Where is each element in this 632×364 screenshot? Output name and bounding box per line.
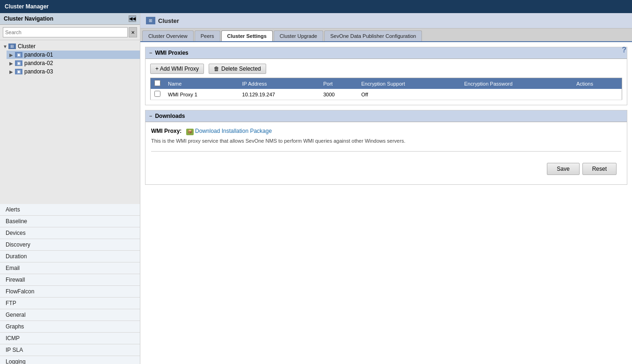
row-port: 3000 bbox=[320, 89, 357, 100]
select-all-checkbox[interactable] bbox=[154, 80, 160, 86]
panel-header: ⊞ Cluster bbox=[140, 13, 632, 29]
delete-selected-label: Delete Selected bbox=[221, 66, 261, 72]
nav-list: AlertsBaselineDevicesDiscoveryDurationEm… bbox=[0, 204, 140, 364]
app-title: Cluster Manager bbox=[5, 3, 49, 10]
nav-item-devices[interactable]: Devices bbox=[0, 227, 140, 239]
search-input[interactable] bbox=[3, 27, 128, 37]
reset-button[interactable]: Reset bbox=[582, 163, 617, 175]
tree-root-cluster[interactable]: ▼ ⊞ Cluster bbox=[0, 42, 140, 51]
col-port: Port bbox=[320, 78, 357, 89]
row-name: WMI Proxy 1 bbox=[164, 89, 239, 100]
nav-item-icmp[interactable]: ICMP bbox=[0, 333, 140, 344]
help-icon[interactable]: ? bbox=[622, 46, 626, 54]
proxy-table-header-row: Name IP Address Port Encryption Support … bbox=[151, 78, 622, 89]
sidebar-collapse-btn[interactable]: ◀◀ bbox=[129, 15, 136, 22]
col-name: Name bbox=[164, 78, 239, 89]
tab-sevone-data-publisher-configuration[interactable]: SevOne Data Publisher Configuration bbox=[324, 30, 422, 41]
sidebar-header: Cluster Navigation ◀◀ bbox=[0, 13, 140, 25]
tree-node-pandora01[interactable]: ▶ ▣ pandora-01 bbox=[7, 51, 140, 59]
panel-title: Cluster bbox=[158, 17, 179, 24]
download-link-text: Download Installation Package bbox=[195, 128, 272, 134]
col-encryption-support: Encryption Support bbox=[357, 78, 460, 89]
wmi-proxy-label: WMI Proxy: bbox=[151, 128, 182, 134]
row-ip: 10.129.19.247 bbox=[239, 89, 320, 100]
tab-peers[interactable]: Peers bbox=[195, 30, 220, 41]
delete-selected-btn[interactable]: 🗑 Delete Selected bbox=[209, 64, 266, 74]
nav-item-ip-sla[interactable]: IP SLA bbox=[0, 344, 140, 356]
tree-node-pandora02[interactable]: ▶ ▣ pandora-02 bbox=[7, 59, 140, 67]
right-panel: ⊞ Cluster Cluster OverviewPeersCluster S… bbox=[140, 13, 632, 364]
nav-item-firewall[interactable]: Firewall bbox=[0, 274, 140, 286]
nav-item-alerts[interactable]: Alerts bbox=[0, 204, 140, 216]
nav-item-flowfalcon[interactable]: FlowFalcon bbox=[0, 286, 140, 298]
reset-label: Reset bbox=[592, 166, 607, 172]
proxy-toolbar: + Add WMI Proxy 🗑 Delete Selected bbox=[150, 64, 622, 74]
nav-item-general[interactable]: General bbox=[0, 309, 140, 321]
downloads-toggle[interactable]: − bbox=[149, 113, 152, 119]
nav-item-graphs[interactable]: Graphs bbox=[0, 321, 140, 333]
expand-arrow-03: ▶ bbox=[9, 69, 15, 74]
wmi-proxies-section-header: − WMI Proxies bbox=[145, 47, 627, 59]
add-wmi-proxy-btn[interactable]: + Add WMI Proxy bbox=[150, 64, 204, 74]
server-icon-02: ▣ bbox=[15, 60, 22, 66]
col-actions: Actions bbox=[573, 78, 622, 89]
app: Cluster Manager Cluster Navigation ◀◀ ✕ … bbox=[0, 0, 632, 364]
divider bbox=[151, 151, 621, 152]
cluster-tree: ▼ ⊞ Cluster ▶ ▣ pandora-01 ▶ ▣ pandora-0… bbox=[0, 40, 140, 204]
nav-item-ftp[interactable]: FTP bbox=[0, 298, 140, 309]
main-layout: Cluster Navigation ◀◀ ✕ ▼ ⊞ Cluster bbox=[0, 13, 632, 364]
wmi-proxies-toggle[interactable]: − bbox=[149, 50, 152, 56]
cluster-icon: ⊞ bbox=[8, 44, 16, 49]
save-button[interactable]: Save bbox=[547, 163, 579, 175]
download-installation-package-link[interactable]: Download Installation Package bbox=[195, 128, 272, 134]
nav-item-duration[interactable]: Duration bbox=[0, 251, 140, 262]
tab-cluster-overview[interactable]: Cluster Overview bbox=[142, 30, 194, 41]
downloads-section: − Downloads WMI Proxy: 📦 Download Instal… bbox=[145, 110, 627, 185]
col-encryption-password: Encryption Password bbox=[460, 78, 573, 89]
tree-expand-arrow: ▼ bbox=[3, 44, 8, 49]
tab-cluster-settings[interactable]: Cluster Settings bbox=[221, 30, 273, 41]
tree-node-pandora03[interactable]: ▶ ▣ pandora-03 bbox=[7, 67, 140, 76]
expand-arrow-01: ▶ bbox=[9, 52, 15, 58]
sidebar: Cluster Navigation ◀◀ ✕ ▼ ⊞ Cluster bbox=[0, 13, 140, 364]
search-bar: ✕ bbox=[0, 25, 140, 40]
proxy-table-body: WMI Proxy 1 10.129.19.247 3000 Off bbox=[151, 89, 622, 100]
row-encryption-support: Off bbox=[357, 89, 460, 100]
action-buttons: Save Reset bbox=[151, 159, 621, 179]
add-wmi-proxy-label: + Add WMI Proxy bbox=[155, 66, 199, 72]
title-bar: Cluster Manager bbox=[0, 0, 632, 13]
delete-icon: 🗑 bbox=[214, 66, 219, 72]
save-label: Save bbox=[557, 166, 569, 172]
sidebar-header-title: Cluster Navigation bbox=[4, 15, 53, 22]
node-label-01: pandora-01 bbox=[24, 51, 53, 58]
tabs: Cluster OverviewPeersCluster SettingsClu… bbox=[140, 29, 632, 42]
nav-item-baseline[interactable]: Baseline bbox=[0, 216, 140, 227]
node-label-02: pandora-02 bbox=[24, 60, 53, 66]
row-actions bbox=[573, 89, 622, 100]
proxy-table: Name IP Address Port Encryption Support … bbox=[150, 78, 622, 100]
row-checkbox-cell bbox=[151, 89, 165, 100]
cluster-header-icon: ⊞ bbox=[146, 17, 155, 24]
search-clear-btn[interactable]: ✕ bbox=[129, 27, 137, 37]
tab-cluster-upgrade[interactable]: Cluster Upgrade bbox=[274, 30, 323, 41]
content: ? − WMI Proxies + Add WMI Proxy 🗑 bbox=[140, 42, 632, 364]
nav-item-email[interactable]: Email bbox=[0, 262, 140, 274]
table-row: WMI Proxy 1 10.129.19.247 3000 Off bbox=[151, 89, 622, 100]
nav-item-logging[interactable]: Logging bbox=[0, 356, 140, 364]
downloads-body: WMI Proxy: 📦 Download Installation Packa… bbox=[145, 122, 627, 184]
expand-arrow-02: ▶ bbox=[9, 61, 15, 66]
row-checkbox[interactable] bbox=[154, 91, 160, 97]
wmi-proxies-body: + Add WMI Proxy 🗑 Delete Selected bbox=[145, 59, 627, 105]
row-encryption-password bbox=[460, 89, 573, 100]
downloads-title: Downloads bbox=[155, 113, 185, 119]
nav-item-discovery[interactable]: Discovery bbox=[0, 239, 140, 251]
col-ip: IP Address bbox=[239, 78, 320, 89]
proxy-table-head: Name IP Address Port Encryption Support … bbox=[151, 78, 622, 89]
col-checkbox bbox=[151, 78, 165, 89]
wmi-proxies-title: WMI Proxies bbox=[155, 50, 188, 56]
wmi-proxies-section: − WMI Proxies + Add WMI Proxy 🗑 Delete S… bbox=[145, 47, 627, 105]
sidebar-header-controls: ◀◀ bbox=[129, 15, 136, 22]
node-label-03: pandora-03 bbox=[24, 68, 53, 75]
tree-children: ▶ ▣ pandora-01 ▶ ▣ pandora-02 ▶ ▣ pandor… bbox=[7, 51, 140, 76]
downloads-section-header: − Downloads bbox=[145, 110, 627, 122]
